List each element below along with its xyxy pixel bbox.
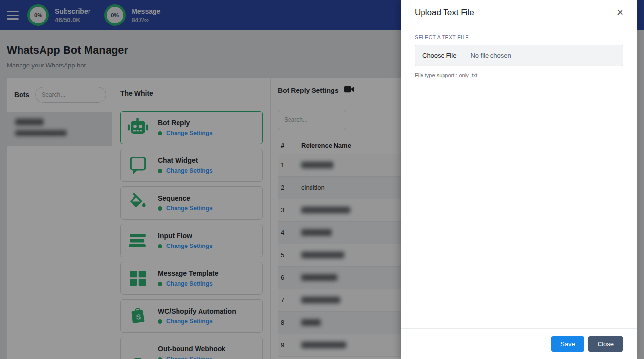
file-type-helper: File type support : only .txt xyxy=(415,72,623,78)
app-root: 0% Subscriber 46/50.0K 0% Message 847/∞ … xyxy=(0,0,644,359)
choose-file-button[interactable]: Choose File xyxy=(415,45,464,66)
close-icon[interactable]: ✕ xyxy=(616,8,624,17)
file-upload-input[interactable]: Choose File No file chosen xyxy=(415,45,623,66)
select-file-label: SELECT A TEXT FILE xyxy=(415,34,623,40)
close-button[interactable]: Close xyxy=(588,336,623,352)
modal-title: Upload Text File xyxy=(415,8,474,18)
file-chosen-status: No file chosen xyxy=(464,45,517,66)
save-button[interactable]: Save xyxy=(551,336,584,352)
upload-text-file-modal: Upload Text File ✕ SELECT A TEXT FILE Ch… xyxy=(401,0,637,359)
